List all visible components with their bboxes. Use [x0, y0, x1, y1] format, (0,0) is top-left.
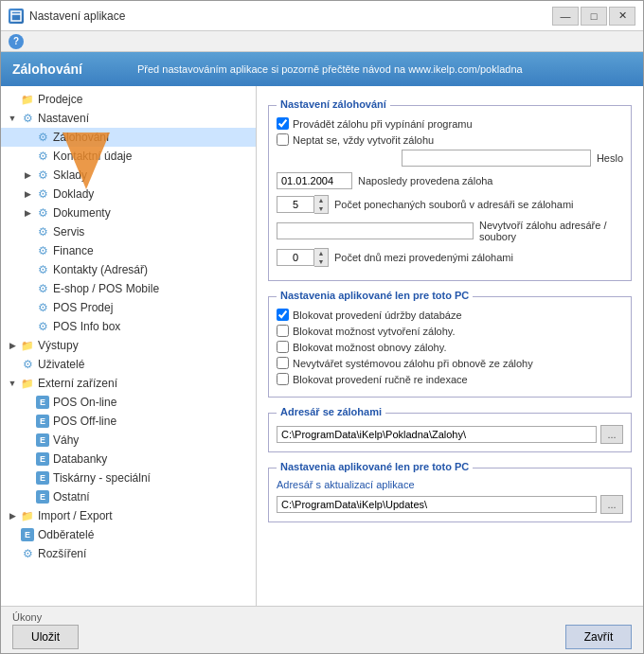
sidebar-item-pos-online[interactable]: E POS On-line: [1, 393, 256, 412]
e-icon-databanky: E: [35, 451, 50, 467]
label-odberatele: Odběratelé: [38, 528, 94, 541]
sidebar-item-rozsireni[interactable]: ⚙ Rozšíření: [1, 544, 256, 563]
expander-finance: [20, 243, 35, 258]
gear-icon-sklady: ⚙: [35, 168, 50, 183]
actions-label: Úkony: [12, 611, 632, 623]
close-action-button[interactable]: Zavřít: [565, 625, 632, 649]
provader-zalohu-checkbox[interactable]: [277, 117, 289, 130]
update-path-input[interactable]: [277, 496, 597, 513]
e-icon-pos-online: E: [35, 395, 50, 410]
label-uzivatele: Uživatelé: [38, 358, 84, 371]
label-pos-prodej: POS Prodej: [53, 301, 113, 314]
gear-icon-doklady: ⚙: [35, 186, 50, 202]
label-dokumenty: Dokumenty: [53, 206, 111, 220]
expander-kontakty: [20, 262, 35, 277]
sidebar-item-doklady[interactable]: ▶ ⚙ Doklady: [1, 185, 256, 203]
count-label: Počet ponechaných souborů v adresáři se …: [334, 199, 574, 210]
sidebar-item-eshop[interactable]: ⚙ E-shop / POS Mobile: [1, 279, 256, 298]
count-row: ▲ ▼ Počet ponechaných souborů v adresáři…: [277, 195, 623, 214]
maximize-button[interactable]: □: [581, 7, 607, 26]
label-sklady: Sklady: [53, 168, 87, 182]
count-input[interactable]: [277, 196, 314, 213]
e-icon-tiskarny: E: [35, 470, 50, 486]
address-path-input[interactable]: [277, 426, 597, 443]
sidebar-item-databanky[interactable]: E Databanky: [1, 450, 256, 468]
expander-pos-prodej: [20, 300, 35, 315]
count-down-btn[interactable]: ▼: [314, 204, 328, 213]
address-section: Adresář se zálohami ...: [268, 413, 632, 452]
e-icon-ostatni: E: [35, 489, 50, 504]
label-finance: Finance: [53, 244, 94, 257]
sidebar-item-kontakty[interactable]: ⚙ Kontakty (Adresář): [1, 260, 256, 279]
gear-icon-rozsireni: ⚙: [20, 546, 35, 561]
sidebar-item-vystupy[interactable]: ▶ 📁 Výstupy: [1, 336, 256, 355]
sidebar-item-pos-prodej[interactable]: ⚙ POS Prodej: [1, 298, 256, 317]
sidebar-item-vahy[interactable]: E Váhy: [1, 431, 256, 450]
gear-icon-kontakty: ⚙: [35, 262, 50, 277]
save-button[interactable]: Uložit: [12, 625, 79, 649]
blokovat-rucni-checkbox[interactable]: [277, 373, 289, 385]
date-input[interactable]: [277, 172, 352, 189]
sidebar-item-servis[interactable]: ⚙ Servis: [1, 222, 256, 241]
sidebar-item-pos-offline[interactable]: E POS Off-line: [1, 412, 256, 431]
expander-odberatele: [5, 527, 20, 542]
no-backup-input[interactable]: [277, 222, 474, 239]
label-kontaktni-udaje: Kontaktní údaje: [53, 150, 132, 163]
minimize-button[interactable]: —: [552, 7, 579, 26]
sidebar-item-sklady[interactable]: ▶ ⚙ Sklady: [1, 166, 256, 185]
address-section-title: Adresář se zálohami: [277, 406, 385, 417]
provader-zalohu-row: Provádět zálohu při vypínání programu: [277, 117, 623, 130]
sidebar-item-finance[interactable]: ⚙ Finance: [1, 241, 256, 260]
days-row: ▲ ▼ Počet dnů mezi provedenými zálohami: [277, 248, 623, 267]
sidebar-item-nastaveni[interactable]: ▼ ⚙ Nastavení: [1, 109, 256, 128]
sidebar-item-odberatele[interactable]: E Odběratelé: [1, 525, 256, 544]
days-up-btn[interactable]: ▲: [314, 249, 328, 257]
update-subtitle: Adresář s aktualizací aplikace: [277, 479, 415, 490]
password-input[interactable]: [402, 150, 591, 167]
blokovat-moznost-zalohy-row: Blokovat možnost vytvoření zálohy.: [277, 325, 623, 337]
days-down-btn[interactable]: ▼: [314, 257, 328, 266]
folder-icon-vystupy: 📁: [20, 338, 35, 353]
date-row: Naposledy provedena záloha: [277, 172, 623, 189]
count-up-btn[interactable]: ▲: [314, 196, 328, 204]
sidebar-item-kontaktni-udaje[interactable]: ⚙ Kontaktní údaje: [1, 147, 256, 166]
password-label: Heslo: [597, 152, 623, 164]
expander-databanky: [20, 451, 35, 467]
sidebar-item-pos-info-box[interactable]: ⚙ POS Info box: [1, 317, 256, 336]
expander-uzivatele: [5, 357, 20, 372]
help-icon[interactable]: ?: [9, 34, 24, 49]
sidebar-item-prodejce[interactable]: 📁 Prodejce: [1, 90, 256, 109]
blokovat-moznost-zalohy-checkbox[interactable]: [277, 325, 289, 337]
sidebar-item-zalohovani[interactable]: ⚙ Zálohování: [1, 128, 256, 147]
blokovat-rucni-row: Blokovat provedení ručně re indexace: [277, 373, 623, 385]
sidebar-item-tiskarny[interactable]: E Tiskárny - speciální: [1, 468, 256, 487]
sidebar-item-externi[interactable]: ▼ 📁 Externí zařízení: [1, 374, 256, 393]
days-input[interactable]: [277, 249, 314, 266]
blokovat-udrzbu-label: Blokovat provedení údržby databáze: [293, 309, 462, 321]
title-bar: Nastavení aplikace — □ ✕: [1, 1, 643, 31]
gear-icon-pos-prodej: ⚙: [35, 300, 50, 315]
header-bar: Zálohování Před nastavováním aplikace si…: [1, 52, 643, 86]
count-spinner-btns: ▲ ▼: [314, 195, 329, 214]
address-browse-button[interactable]: ...: [600, 425, 623, 444]
neptat-zalohu-label: Neptat se, vždy vytvořit zálohu: [293, 134, 434, 146]
label-pos-online: POS On-line: [53, 396, 116, 409]
neptat-zalohu-checkbox[interactable]: [277, 133, 289, 146]
sidebar-item-dokumenty[interactable]: ▶ ⚙ Dokumenty: [1, 203, 256, 222]
update-browse-button[interactable]: ...: [600, 495, 623, 514]
content-area: 📁 Prodejce ▼ ⚙ Nastavení ⚙ Zálohování ⚙ …: [1, 86, 643, 606]
nevytvorit-systemovou-checkbox[interactable]: [277, 357, 289, 369]
gear-icon-uzivatele: ⚙: [20, 357, 35, 372]
blokovat-udrzbu-checkbox[interactable]: [277, 309, 289, 321]
main-panel: Nastavení zálohování Provádět zálohu při…: [257, 86, 643, 606]
blokovat-obnovu-checkbox[interactable]: [277, 341, 289, 353]
no-backup-row: Nevytvoří zálohu adresáře / soubory: [277, 220, 623, 242]
label-tiskarny: Tiskárny - speciální: [53, 471, 151, 485]
sidebar-item-uzivatele[interactable]: ⚙ Uživatelé: [1, 355, 256, 374]
sidebar-item-import-export[interactable]: ▶ 📁 Import / Export: [1, 506, 256, 525]
close-button[interactable]: ✕: [609, 7, 635, 26]
label-eshop: E-shop / POS Mobile: [53, 282, 159, 295]
sidebar: 📁 Prodejce ▼ ⚙ Nastavení ⚙ Zálohování ⚙ …: [1, 86, 257, 606]
title-bar-left: Nastavení aplikace: [9, 9, 125, 24]
sidebar-item-ostatni[interactable]: E Ostatní: [1, 487, 256, 506]
